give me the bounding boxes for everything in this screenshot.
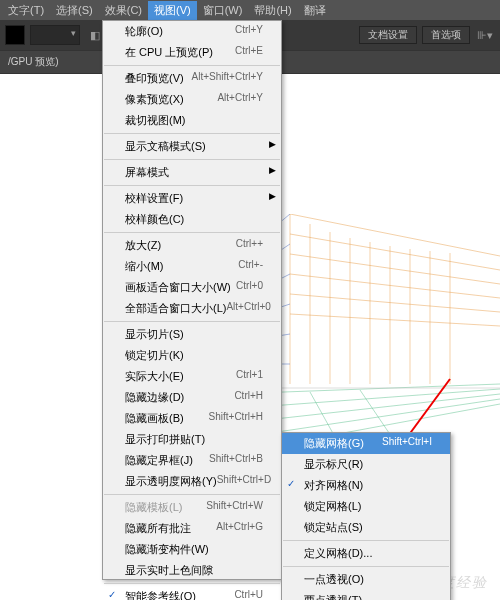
menu-label: 缩小(M) [125,259,164,274]
menu-label: 屏幕模式 [125,165,169,180]
view-item-26[interactable]: 显示透明度网格(Y)Shift+Ctrl+D [103,471,281,492]
arrange-dropdown[interactable]: ⊪▾ [475,25,495,45]
menu-1[interactable]: 选择(S) [50,1,99,20]
shortcut: Ctrl+E [235,45,263,60]
shortcut: Alt+Ctrl+G [216,521,263,536]
menu-label: 锁定网格(L) [304,499,361,514]
view-item-19[interactable]: 显示切片(S) [103,324,281,345]
menu-label: 定义网格(D)... [304,546,372,561]
menu-5[interactable]: 帮助(H) [248,1,297,20]
check-icon: ✓ [287,478,295,489]
menu-label: 显示标尺(R) [304,457,363,472]
shortcut: Shift+Ctrl+H [209,411,263,426]
menu-label: 叠印预览(V) [125,71,184,86]
prefs-button[interactable]: 首选项 [422,26,470,44]
view-menu: 轮廓(O)Ctrl+Y在 CPU 上预览(P)Ctrl+E叠印预览(V)Alt+… [102,20,282,580]
view-item-24[interactable]: 显示打印拼贴(T) [103,429,281,450]
menu-label: 画板适合窗口大小(W) [125,280,231,295]
view-item-23[interactable]: 隐藏画板(B)Shift+Ctrl+H [103,408,281,429]
persp-sep-5 [283,540,449,541]
view-sep-13 [104,232,280,233]
view-item-25[interactable]: 隐藏定界框(J)Shift+Ctrl+B [103,450,281,471]
view-item-17[interactable]: 全部适合窗口大小(L)Alt+Ctrl+0 [103,298,281,319]
view-item-20[interactable]: 锁定切片(K) [103,345,281,366]
persp-item-0[interactable]: 隐藏网格(G)Shift+Ctrl+I [282,433,450,454]
fill-swatch[interactable] [5,25,25,45]
doc-tab-label[interactable]: /GPU 预览) [8,55,59,69]
menu-2[interactable]: 效果(C) [99,1,148,20]
svg-line-13 [290,294,500,312]
svg-line-14 [290,314,500,326]
menu-label: 显示打印拼贴(T) [125,432,205,447]
view-item-22[interactable]: 隐藏边缘(D)Ctrl+H [103,387,281,408]
persp-item-2[interactable]: ✓对齐网格(N) [282,475,450,496]
shortcut: Shift+Ctrl+D [217,474,271,489]
view-item-11[interactable]: 校样设置(F)▶ [103,188,281,209]
menu-label: 全部适合窗口大小(L) [125,301,226,316]
view-item-4[interactable]: 像素预览(X)Alt+Ctrl+Y [103,89,281,110]
check-icon: ✓ [108,589,116,600]
shortcut: Ctrl++ [236,238,263,253]
view-item-31[interactable]: 显示实时上色间隙 [103,560,281,581]
menu-label: 锁定站点(S) [304,520,363,535]
menu-4[interactable]: 窗口(W) [197,1,249,20]
menu-label: 对齐网格(N) [304,478,363,493]
menu-bar: 文字(T)选择(S)效果(C)视图(V)窗口(W)帮助(H)翻译 [0,0,500,20]
view-sep-6 [104,133,280,134]
persp-item-9[interactable]: 两点透视(T) [282,590,450,600]
view-item-30[interactable]: 隐藏渐变构件(W) [103,539,281,560]
view-item-29[interactable]: 隐藏所有批注Alt+Ctrl+G [103,518,281,539]
submenu-arrow-icon: ▶ [269,139,276,149]
menu-label: 轮廓(O) [125,24,163,39]
shortcut: Ctrl+1 [236,369,263,384]
menu-label: 放大(Z) [125,238,161,253]
menu-3[interactable]: 视图(V) [148,1,197,20]
view-sep-27 [104,494,280,495]
view-item-5[interactable]: 裁切视图(M) [103,110,281,131]
persp-item-8[interactable]: 一点透视(O) [282,569,450,590]
menu-label: 裁切视图(M) [125,113,186,128]
view-item-16[interactable]: 画板适合窗口大小(W)Ctrl+0 [103,277,281,298]
doc-setup-button[interactable]: 文档设置 [359,26,417,44]
view-item-33[interactable]: ✓智能参考线(Q)Ctrl+U [103,586,281,600]
persp-item-4[interactable]: 锁定站点(S) [282,517,450,538]
shortcut: Alt+Ctrl+Y [217,92,263,107]
shortcut: Shift+Ctrl+W [206,500,263,515]
view-item-12[interactable]: 校样颜色(C) [103,209,281,230]
view-item-0[interactable]: 轮廓(O)Ctrl+Y [103,21,281,42]
view-item-28: 隐藏模板(L)Shift+Ctrl+W [103,497,281,518]
menu-label: 两点透视(T) [304,593,362,600]
menu-6[interactable]: 翻译 [298,1,332,20]
fill-dropdown[interactable] [30,25,80,45]
view-sep-8 [104,159,280,160]
submenu-arrow-icon: ▶ [269,165,276,175]
view-item-14[interactable]: 放大(Z)Ctrl++ [103,235,281,256]
shortcut: Ctrl+H [234,390,263,405]
persp-item-3[interactable]: 锁定网格(L) [282,496,450,517]
menu-label: 显示透明度网格(Y) [125,474,217,489]
menu-label: 显示实时上色间隙 [125,563,213,578]
menu-label: 隐藏定界框(J) [125,453,193,468]
svg-line-10 [290,234,500,270]
view-item-9[interactable]: 屏幕模式▶ [103,162,281,183]
svg-line-12 [290,274,500,298]
persp-item-1[interactable]: 显示标尺(R) [282,454,450,475]
shortcut: Alt+Ctrl+0 [226,301,270,316]
shortcut: Ctrl+0 [236,280,263,295]
view-item-15[interactable]: 缩小(M)Ctrl+- [103,256,281,277]
menu-label: 校样颜色(C) [125,212,184,227]
persp-item-6[interactable]: 定义网格(D)... [282,543,450,564]
view-item-1[interactable]: 在 CPU 上预览(P)Ctrl+E [103,42,281,63]
perspective-grid-submenu: 隐藏网格(G)Shift+Ctrl+I显示标尺(R)✓对齐网格(N)锁定网格(L… [281,432,451,600]
menu-0[interactable]: 文字(T) [2,1,50,20]
menu-label: 隐藏网格(G) [304,436,364,451]
menu-label: 隐藏所有批注 [125,521,191,536]
menu-label: 显示切片(S) [125,327,184,342]
view-item-7[interactable]: 显示文稿模式(S)▶ [103,136,281,157]
menu-label: 隐藏边缘(D) [125,390,184,405]
menu-label: 隐藏画板(B) [125,411,184,426]
shortcut: Shift+Ctrl+B [209,453,263,468]
view-item-21[interactable]: 实际大小(E)Ctrl+1 [103,366,281,387]
view-item-3[interactable]: 叠印预览(V)Alt+Shift+Ctrl+Y [103,68,281,89]
view-sep-10 [104,185,280,186]
